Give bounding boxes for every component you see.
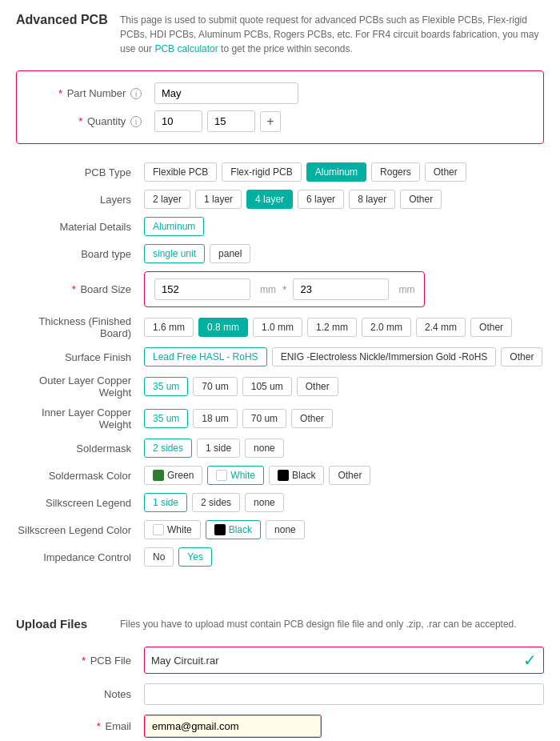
chip-flex-rigid-pcb[interactable]: Flex-rigid PCB <box>222 162 301 182</box>
chip-2-0mm[interactable]: 2.0 mm <box>362 318 411 337</box>
chip-panel[interactable]: panel <box>210 244 250 263</box>
upload-title: Upload Files <box>16 617 112 631</box>
chip-other-soldermask-color[interactable]: Other <box>329 466 370 485</box>
chip-1-layer[interactable]: 1 layer <box>195 190 242 209</box>
chip-18um-inner[interactable]: 18 um <box>193 409 237 428</box>
silkscreen-content: 1 side 2 sides none <box>144 493 284 512</box>
chip-lead-free-hasl[interactable]: Lead Free HASL - RoHS <box>144 347 267 366</box>
email-input-wrap <box>144 715 322 738</box>
soldermask-color-row: Soldermask Color Green White Black Other <box>16 462 544 489</box>
board-size-label: * Board Size <box>16 283 144 295</box>
email-input[interactable] <box>145 715 321 737</box>
chip-8-layer[interactable]: 8 layer <box>349 190 395 209</box>
board-type-label: Board type <box>16 248 144 260</box>
chip-4-layer[interactable]: 4 layer <box>246 190 293 209</box>
material-content: Aluminum <box>144 217 204 236</box>
chip-35um-outer[interactable]: 35 um <box>144 377 188 396</box>
outer-copper-label: Outer Layer Copper Weight <box>16 375 144 399</box>
chip-none-soldermask[interactable]: none <box>245 439 284 458</box>
chip-none-silk[interactable]: none <box>245 493 284 512</box>
chip-1-side[interactable]: 1 side <box>197 439 240 458</box>
surface-finish-row: Surface Finish Lead Free HASL - RoHS ENI… <box>16 343 544 370</box>
board-size-row: * Board Size mm * mm <box>16 267 544 311</box>
soldermask-row: Soldermask 2 sides 1 side none <box>16 435 544 462</box>
chip-single-unit[interactable]: single unit <box>144 244 205 263</box>
chip-other-layer[interactable]: Other <box>400 190 442 209</box>
mm-label-1: mm <box>260 284 276 295</box>
quantity-content: + <box>154 110 281 132</box>
pcb-file-value: May Circuit.rar <box>151 651 523 670</box>
impedance-content: No Yes <box>144 547 212 567</box>
board-size-height[interactable] <box>293 278 389 300</box>
chip-0-8mm[interactable]: 0.8 mm <box>198 318 248 337</box>
chip-70um-inner[interactable]: 70 um <box>242 409 286 428</box>
page-description: This page is used to submit quote reques… <box>120 13 544 56</box>
chip-6-layer[interactable]: 6 layer <box>298 190 344 209</box>
chip-rogers[interactable]: Rogers <box>371 162 420 182</box>
inner-copper-content: 35 um 18 um 70 um Other <box>144 409 333 428</box>
pcb-file-label: * PCB File <box>16 655 144 667</box>
chip-1-6mm[interactable]: 1.6 mm <box>144 318 194 337</box>
chip-2-sides-silk[interactable]: 2 sides <box>192 493 240 512</box>
chip-yes-impedance[interactable]: Yes <box>178 547 212 567</box>
soldermask-color-label: Soldermask Color <box>16 470 144 482</box>
impedance-row: Impedance Control No Yes <box>16 543 544 571</box>
soldermask-color-content: Green White Black Other <box>144 466 370 485</box>
chip-no-impedance[interactable]: No <box>144 547 174 567</box>
chip-other-surface[interactable]: Other <box>501 347 542 366</box>
chip-aluminum[interactable]: Aluminum <box>306 162 366 182</box>
outer-copper-row: Outer Layer Copper Weight 35 um 70 um 10… <box>16 370 544 403</box>
chip-2-4mm[interactable]: 2.4 mm <box>416 318 466 337</box>
chip-none-silk-color[interactable]: none <box>266 520 305 539</box>
white-silk-swatch <box>153 524 164 535</box>
black-silk-swatch <box>214 524 226 535</box>
pcb-file-row: * PCB File May Circuit.rar ✓ <box>16 642 544 679</box>
material-label: Material Details <box>16 221 144 233</box>
chip-black[interactable]: Black <box>269 466 324 485</box>
thickness-row: Thickness (Finished Board) 1.6 mm 0.8 mm… <box>16 311 544 343</box>
chip-flexible-pcb[interactable]: Flexible PCB <box>144 162 217 182</box>
white-swatch <box>216 470 227 481</box>
email-label: * Email <box>16 720 144 732</box>
layers-content: 2 layer 1 layer 4 layer 6 layer 8 layer … <box>144 190 442 209</box>
chip-other-inner-copper[interactable]: Other <box>291 409 333 428</box>
notes-input[interactable] <box>144 683 544 705</box>
chip-70um-outer[interactable]: 70 um <box>193 377 237 396</box>
chip-105um-outer[interactable]: 105 um <box>242 377 292 396</box>
inner-copper-row: Inner Layer Copper Weight 35 um 18 um 70… <box>16 403 544 435</box>
quantity-input-1[interactable] <box>154 110 202 132</box>
board-type-row: Board type single unit panel <box>16 240 544 267</box>
chip-white-silk[interactable]: White <box>144 520 201 539</box>
chip-2-sides[interactable]: 2 sides <box>144 439 192 458</box>
chip-35um-inner[interactable]: 35 um <box>144 409 188 428</box>
chip-other-outer-copper[interactable]: Other <box>297 377 338 396</box>
pcb-calc-link[interactable]: PCB calculator <box>154 43 218 54</box>
inner-copper-label: Inner Layer Copper Weight <box>16 407 144 431</box>
chip-1-side-silk[interactable]: 1 side <box>144 493 187 512</box>
chip-black-silk[interactable]: Black <box>206 520 261 539</box>
chip-aluminum-material[interactable]: Aluminum <box>144 217 204 236</box>
board-size-width[interactable] <box>154 278 250 300</box>
part-number-input[interactable] <box>154 82 298 104</box>
board-size-wrap: mm * mm <box>144 271 425 307</box>
page-title: Advanced PCB <box>16 13 112 27</box>
chip-1-0mm[interactable]: 1.0 mm <box>253 318 302 337</box>
board-type-content: single unit panel <box>144 244 250 263</box>
check-circle-icon: ✓ <box>523 651 537 670</box>
add-quantity-button[interactable]: + <box>260 111 281 132</box>
chip-2-layer[interactable]: 2 layer <box>144 190 190 209</box>
chip-enig[interactable]: ENIG -Electroless Nickle/Immersion Gold … <box>272 347 497 366</box>
quantity-info-icon: i <box>130 116 142 127</box>
chip-1-2mm[interactable]: 1.2 mm <box>307 318 357 337</box>
black-swatch <box>278 470 289 481</box>
chip-white[interactable]: White <box>207 466 264 485</box>
chip-other-thickness[interactable]: Other <box>470 318 512 337</box>
chip-green[interactable]: Green <box>144 466 202 485</box>
quantity-input-2[interactable] <box>207 110 255 132</box>
chip-other-pcb-type[interactable]: Other <box>425 162 466 182</box>
silkscreen-row: Silkscreen Legend 1 side 2 sides none <box>16 489 544 516</box>
pcb-file-wrap: May Circuit.rar ✓ <box>144 647 544 674</box>
multiply-symbol: * <box>282 283 286 296</box>
layers-row: Layers 2 layer 1 layer 4 layer 6 layer 8… <box>16 186 544 213</box>
part-number-content <box>154 82 298 104</box>
